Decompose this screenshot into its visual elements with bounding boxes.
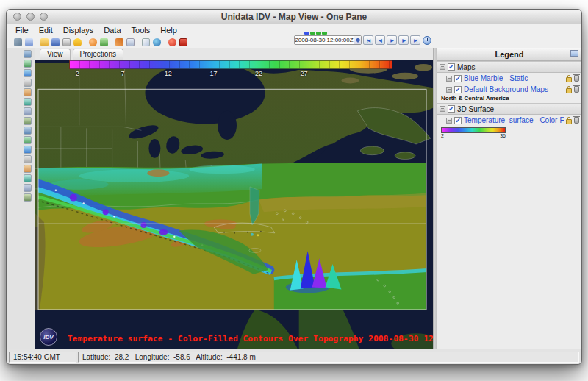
capture-image-icon[interactable] [100,38,108,46]
map-view-tool-icon[interactable] [24,193,32,202]
copy-display-icon[interactable] [62,38,71,46]
blue-marble-link[interactable]: Blue Marble - Static [464,74,564,82]
step-forward-button[interactable]: |▶ [398,35,409,45]
legend-item-temperature-surface: Temperature_surface - Color-Filled Conto… [437,115,581,126]
remove-display-icon[interactable] [574,75,579,82]
title-bar[interactable]: Unidata IDV - Map View - One Pane [7,10,581,24]
legend-colorbar-block: 2 36 [437,126,581,138]
collapse-item-icon[interactable] [446,76,452,82]
timeline-tick [310,32,315,35]
lock-icon[interactable] [566,88,572,93]
legend-group-maps: Maps [437,61,581,73]
step-back-button[interactable]: ◀| [375,35,385,45]
menu-file[interactable]: File [15,26,35,35]
map-view-tool-icon[interactable] [24,69,32,77]
edit-preferences-icon[interactable] [115,38,123,46]
legend-item-background-maps: Default Background Maps [437,84,581,95]
map-viewport[interactable]: 2 7 12 17 22 27 IDV Temperature_surface … [35,60,433,349]
animation-properties-clock-icon[interactable] [423,36,431,45]
colorbar-tick: 2 [76,70,79,77]
legend-panel: Legend Maps Blue Marble - Static Default… [437,48,581,349]
animation-widget: 2008-08-30 12:00:00Z |◀ ◀| ▶ |▶ ▶| [294,32,431,45]
lock-icon[interactable] [566,119,572,124]
drawing-tool-icon[interactable] [126,38,135,46]
legend-group-3d-surface: 3D Surface [437,103,581,115]
background-maps-note: North & Central America [437,95,581,103]
remove-display-icon[interactable] [574,86,579,93]
tab-view[interactable]: View [40,49,71,60]
map-view-tool-icon[interactable] [24,88,32,96]
map-view-tool-icon[interactable] [24,117,32,125]
colorbar-tick: 22 [255,70,262,77]
map-view-tool-icon[interactable] [24,155,32,163]
map-view-tool-icon[interactable] [24,174,32,182]
close-window-icon[interactable] [13,13,21,21]
map-render [35,60,433,349]
timeline-tick [304,32,309,35]
collapse-item-icon[interactable] [446,87,452,93]
undo-icon[interactable] [89,38,97,46]
menu-edit[interactable]: Edit [39,26,59,35]
lock-icon[interactable] [566,77,572,82]
background-maps-checkbox[interactable] [454,86,462,93]
notes-icon[interactable] [142,38,150,46]
time-stepper[interactable] [354,36,361,44]
surface-visibility-checkbox[interactable] [448,105,455,113]
globe-display-icon[interactable] [153,38,161,46]
collapse-group-icon[interactable] [440,106,445,112]
go-to-end-button[interactable]: ▶| [410,35,420,45]
background-maps-link[interactable]: Default Background Maps [464,85,564,93]
view-tab-bar: View Projections [35,48,433,60]
map-view-tool-icon[interactable] [24,79,32,87]
legend-colorbar-min: 2 [441,133,444,138]
field-selector-icon[interactable] [25,38,33,46]
viewpoint-toolbar [7,48,35,349]
window-title: Unidata IDV - Map View - One Pane [7,12,581,22]
map-view-tool-icon[interactable] [24,165,32,173]
time-selector[interactable]: 2008-08-30 12:00:00Z [294,35,362,45]
colorbar-tick: 17 [209,70,217,77]
show-dashboard-icon[interactable] [14,38,22,46]
minimize-window-icon[interactable] [26,13,35,21]
menu-displays[interactable]: Displays [63,26,100,35]
menu-help[interactable]: Help [160,26,183,35]
main-region: View Projections [7,48,581,349]
maps-visibility-checkbox[interactable] [448,63,455,71]
map-view-tool-icon[interactable] [24,50,32,58]
play-button[interactable]: ▶ [387,35,397,45]
map-view-tool-icon[interactable] [24,136,32,144]
legend-title: Legend [495,50,523,59]
float-legend-icon[interactable] [570,50,578,57]
blue-marble-checkbox[interactable] [454,75,462,82]
favorites-star-icon[interactable] [74,38,82,46]
map-view-tool-icon[interactable] [24,60,32,68]
menu-data[interactable]: Data [104,26,126,35]
legend-colorbar[interactable] [441,127,506,133]
go-to-start-button[interactable]: |◀ [363,35,373,45]
zoom-window-icon[interactable] [40,13,48,21]
map-view-tool-icon[interactable] [24,184,32,192]
colorbar-tick: 27 [301,70,308,77]
menu-tools[interactable]: Tools [132,26,157,35]
remove-display-icon[interactable] [574,117,579,124]
collapse-item-icon[interactable] [446,118,452,124]
map-view-tool-icon[interactable] [24,107,32,115]
map-view-tool-icon[interactable] [24,98,32,106]
remove-displays-icon[interactable] [179,38,187,46]
colorbar-tick: 12 [165,70,172,77]
save-bundle-icon[interactable] [51,38,60,46]
map-view-tool-icon[interactable] [24,146,32,154]
colorbar-tick: 7 [121,70,124,77]
map-view-tool-icon[interactable] [24,127,32,135]
record-movie-icon[interactable] [168,38,176,46]
temperature-surface-checkbox[interactable] [454,117,462,124]
animation-timeline[interactable] [304,32,327,35]
collapse-group-icon[interactable] [440,64,445,70]
tab-projections[interactable]: Projections [73,49,123,60]
temperature-surface-link[interactable]: Temperature_surface - Color-Filled Conto… [464,116,564,124]
idv-window: Unidata IDV - Map View - One Pane File E… [6,9,582,365]
timeline-tick [316,32,321,35]
open-bundle-icon[interactable] [40,38,49,46]
legend-group-label: 3D Surface [457,105,494,113]
legend-group-label: Maps [457,63,475,71]
